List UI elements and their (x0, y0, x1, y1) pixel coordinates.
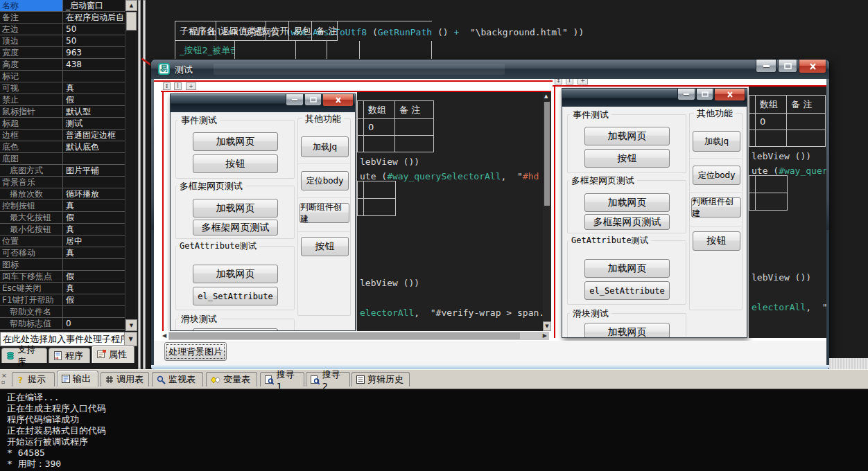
close-button[interactable] (322, 94, 354, 107)
tab-search-1[interactable]: 搜寻1 (260, 372, 304, 386)
property-row[interactable]: 最大化按钮 假 (0, 212, 125, 224)
property-value[interactable] (63, 153, 125, 164)
scroll-down-button[interactable]: ▼ (125, 319, 137, 331)
scrollbar-track[interactable]: ▶ (168, 332, 549, 340)
property-value[interactable]: 438 (63, 59, 125, 70)
tab-variable-table[interactable]: 变量表 (206, 372, 257, 386)
dock-close-icon[interactable]: × (1, 372, 7, 379)
scrollbar-thumb[interactable] (126, 12, 137, 30)
dialog-title-bar[interactable] (171, 94, 355, 112)
property-value[interactable]: 真 (63, 200, 125, 211)
property-row[interactable]: 图标 (0, 259, 125, 271)
property-value[interactable]: 50 (63, 35, 125, 46)
property-value[interactable]: 真 (63, 224, 125, 235)
property-value[interactable]: 963 (63, 47, 125, 58)
property-row[interactable]: 名称 _启动窗口 (0, 0, 125, 12)
maximize-button[interactable] (696, 89, 713, 100)
property-row[interactable]: 控制按钮 真 (0, 200, 125, 212)
property-row[interactable]: 背景音乐 (0, 177, 125, 188)
property-row[interactable]: 禁止 假 (0, 94, 125, 106)
subroutine-table[interactable]: 子程序名返回值类型公开易包备 注 _按钮2_被单击 (175, 21, 432, 60)
property-value[interactable]: 默认型 (63, 106, 125, 117)
property-row[interactable]: 鼠标指针 默认型 (0, 106, 125, 118)
property-row[interactable]: 左边 50 (0, 24, 125, 35)
property-value[interactable]: 假 (63, 271, 125, 282)
close-button[interactable] (799, 60, 826, 73)
property-value[interactable]: 50 (63, 24, 125, 35)
app-window-test[interactable]: 易 测试 ↕ I + (151, 60, 829, 369)
subroutine-name-cell[interactable]: _按钮2_被单击 (175, 41, 235, 60)
tab-program[interactable]: 程序 (49, 348, 90, 363)
dock-pin-icon[interactable]: ▫ (1, 379, 5, 385)
panel-splitter[interactable] (138, 0, 141, 369)
maximize-button[interactable] (304, 94, 322, 106)
property-value[interactable]: 假 (63, 294, 125, 305)
scroll-left-icon[interactable]: ◀ (162, 333, 166, 339)
window-title-bar[interactable]: 易 测试 (151, 60, 829, 79)
check-component-button[interactable]: 判断组件创建 (691, 197, 741, 217)
locate-body-button[interactable]: 定位body (693, 166, 740, 185)
property-row[interactable]: 底色 默认底色 (0, 141, 125, 153)
maximize-button[interactable] (778, 60, 797, 73)
property-value[interactable] (63, 306, 125, 317)
property-value[interactable]: 居中 (63, 236, 125, 247)
el-setattribute-button[interactable]: el_SetAttribute (193, 287, 278, 305)
scrollbar-thumb[interactable] (169, 332, 520, 339)
property-row[interactable]: 帮助文件名 (0, 306, 125, 318)
property-value[interactable] (63, 177, 125, 188)
property-row[interactable]: 底图 (0, 153, 125, 165)
property-row[interactable]: Esc键关闭 真 (0, 283, 125, 294)
load-page-button[interactable]: 加载网页 (193, 265, 278, 283)
test-dialog[interactable]: 事件测试 加载网页 按钮 多框架网页测试 加载网页 多框架网页测试 GetAtt… (562, 88, 747, 338)
button-button[interactable]: 按钮 (584, 149, 670, 168)
load-page-button[interactable]: 加载网页 (584, 259, 670, 278)
property-grid[interactable]: 名称 _启动窗口 备注 在程序启动后自 左边 50 顶边 50 宽度 963 高… (0, 0, 125, 331)
minimize-button[interactable] (677, 89, 695, 100)
property-row[interactable]: 可否移动 真 (0, 247, 125, 259)
chevron-down-icon[interactable]: ▼ (124, 332, 137, 346)
minimize-button[interactable] (756, 60, 776, 73)
editor-vscrollbar[interactable]: ▲ ▼ (543, 92, 551, 331)
scroll-up-icon[interactable]: ▲ (544, 94, 548, 99)
test-dialog[interactable]: 事件测试 加载网页 按钮 多框架网页测试 加载网页 多框架网页测试 GetAtt… (170, 94, 356, 331)
property-value[interactable]: 默认底色 (63, 141, 125, 152)
property-row[interactable]: 高度 438 (0, 59, 125, 71)
scroll-down-button[interactable]: ▼ (543, 321, 551, 331)
tab-watch-table[interactable]: 监视表 (152, 372, 203, 386)
multiframe-test-button[interactable]: 多框架网页测试 (193, 220, 278, 236)
tab-call-table[interactable]: 调用表 (101, 372, 149, 386)
button-button[interactable]: 按钮 (693, 231, 740, 251)
scroll-right-icon[interactable]: ▶ (543, 333, 547, 339)
load-page-button[interactable]: 加载网页 (193, 132, 278, 151)
property-row[interactable]: 边框 普通固定边框 (0, 130, 125, 141)
property-row[interactable]: 备注 在程序启动后自 (0, 12, 125, 24)
minimize-button[interactable] (286, 94, 304, 106)
button-button[interactable]: 按钮 (193, 154, 278, 173)
tab-properties[interactable]: 属性 (92, 345, 134, 363)
property-value[interactable]: 图片平铺 (63, 165, 125, 176)
scroll-up-button[interactable]: ▲ (125, 0, 137, 11)
load-page-button[interactable]: 加载网页 (584, 323, 670, 338)
property-row[interactable]: 底图方式 图片平铺 (0, 165, 125, 177)
tab-hints[interactable]: ? 提示 (12, 372, 55, 386)
property-value[interactable]: 假 (63, 212, 125, 223)
tab-clip-history[interactable]: 剪辑历史 (351, 372, 410, 386)
property-value[interactable]: _启动窗口 (63, 0, 125, 11)
load-jq-button[interactable]: 加载Jq (301, 136, 349, 157)
property-value[interactable]: 循环播放 (63, 188, 125, 199)
multiframe-test-button[interactable]: 多框架网页测试 (584, 214, 670, 230)
output-console[interactable]: 正在编译...正在生成主程序入口代码程序代码编译成功正在封装易格式目的代码开始运… (0, 389, 868, 471)
property-row[interactable]: 标题 测试 (0, 118, 125, 130)
property-row[interactable]: 宽度 963 (0, 47, 125, 59)
property-value[interactable]: 真 (63, 283, 125, 294)
designer-hscrollbar[interactable]: ◀ ▶ (161, 331, 551, 341)
property-row[interactable]: 帮助标志值 0 (0, 318, 125, 330)
property-row[interactable]: 最小化按钮 真 (0, 224, 125, 236)
tab-search-2[interactable]: 搜寻2 (306, 372, 350, 386)
dialog-title-bar[interactable] (562, 89, 747, 107)
property-row[interactable]: 回车下移焦点 假 (0, 271, 125, 283)
load-jq-button[interactable]: 加载Jq (693, 131, 740, 152)
button-button[interactable]: 按钮 (301, 237, 349, 256)
property-row[interactable]: F1键打开帮助 假 (0, 294, 125, 306)
tab-support-libs[interactable]: 支持库 (1, 348, 47, 363)
